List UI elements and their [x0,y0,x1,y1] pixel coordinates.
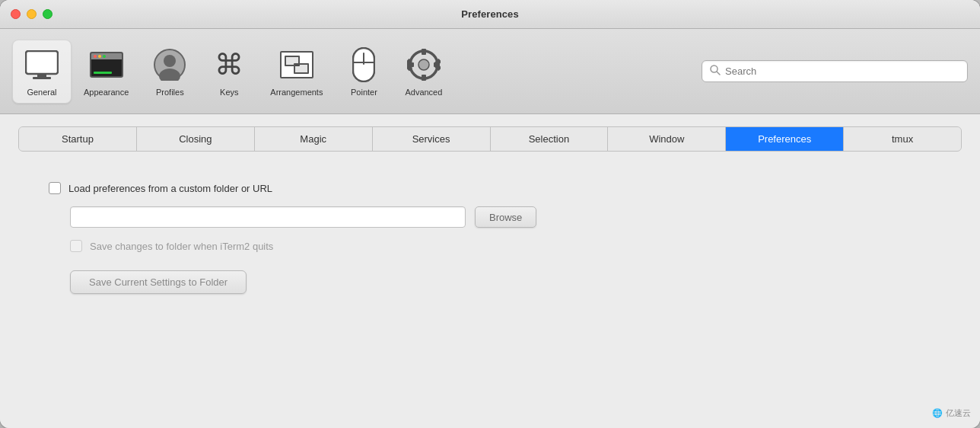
tab-magic[interactable]: Magic [255,127,373,151]
tab-tmux[interactable]: tmux [844,127,961,151]
preferences-window: Preferences General [0,0,980,428]
keys-label: Keys [220,88,238,97]
profiles-label: Profiles [156,88,184,97]
content-area: Startup Closing Magic Services Selection… [0,114,980,428]
search-area [702,60,968,82]
toolbar-item-profiles[interactable]: Profiles [141,40,199,103]
maximize-button[interactable] [43,9,52,19]
svg-rect-2 [33,77,51,79]
profiles-icon [151,46,188,83]
title-bar: Preferences [0,0,980,29]
save-changes-label: Save changes to folder when iTerm2 quits [90,241,273,252]
url-input[interactable] [70,206,466,228]
tab-window[interactable]: Window [608,127,726,151]
appearance-icon [88,46,125,83]
arrangements-icon [278,46,315,83]
search-input[interactable] [725,65,959,77]
arrangements-label: Arrangements [270,88,323,97]
url-row: Browse [49,206,931,228]
appearance-label: Appearance [84,88,129,97]
svg-text:⌘: ⌘ [215,49,243,81]
toolbar-items: General Appearance [12,40,702,104]
browse-button[interactable]: Browse [475,206,536,228]
general-icon [24,46,60,83]
traffic-lights [11,9,52,19]
pointer-icon [345,46,382,83]
toolbar-item-pointer[interactable]: Pointer [335,40,393,103]
general-label: General [27,88,56,97]
load-prefs-label: Load preferences from a custom folder or… [68,183,272,194]
watermark: 🌐 亿速云 [932,407,971,419]
svg-point-21 [418,59,429,70]
close-button[interactable] [11,9,21,19]
window-title: Preferences [461,8,519,20]
tab-selection[interactable]: Selection [491,127,609,151]
pointer-label: Pointer [351,88,377,97]
tab-startup[interactable]: Startup [19,127,137,151]
tab-services[interactable]: Services [373,127,491,151]
minimize-button[interactable] [27,9,37,19]
toolbar-item-keys[interactable]: ⌘ Keys [200,40,258,103]
save-current-button[interactable]: Save Current Settings to Folder [70,270,247,294]
tab-bar: Startup Closing Magic Services Selection… [18,126,962,152]
advanced-icon [406,46,442,83]
watermark-text: 亿速云 [946,407,971,419]
svg-line-23 [717,72,720,75]
svg-rect-0 [26,51,58,74]
toolbar-item-general[interactable]: General [12,40,72,104]
toolbar-item-arrangements[interactable]: Arrangements [259,40,333,103]
preferences-content: Load preferences from a custom folder or… [18,170,962,410]
load-prefs-row: Load preferences from a custom folder or… [49,182,931,194]
save-changes-row: Save changes to folder when iTerm2 quits [49,240,931,252]
svg-point-22 [711,65,718,72]
watermark-icon: 🌐 [932,408,943,418]
load-prefs-checkbox[interactable] [49,182,61,194]
toolbar: General Appearance [0,29,980,114]
toolbar-item-advanced[interactable]: Advanced [394,40,453,103]
svg-point-4 [164,55,176,67]
tab-closing[interactable]: Closing [137,127,255,151]
toolbar-item-appearance[interactable]: Appearance [73,40,139,103]
search-box[interactable] [702,60,968,82]
keys-icon: ⌘ [211,46,247,83]
save-changes-checkbox[interactable] [70,240,82,252]
search-icon [710,65,721,78]
tab-preferences[interactable]: Preferences [726,127,844,151]
advanced-label: Advanced [405,88,442,97]
